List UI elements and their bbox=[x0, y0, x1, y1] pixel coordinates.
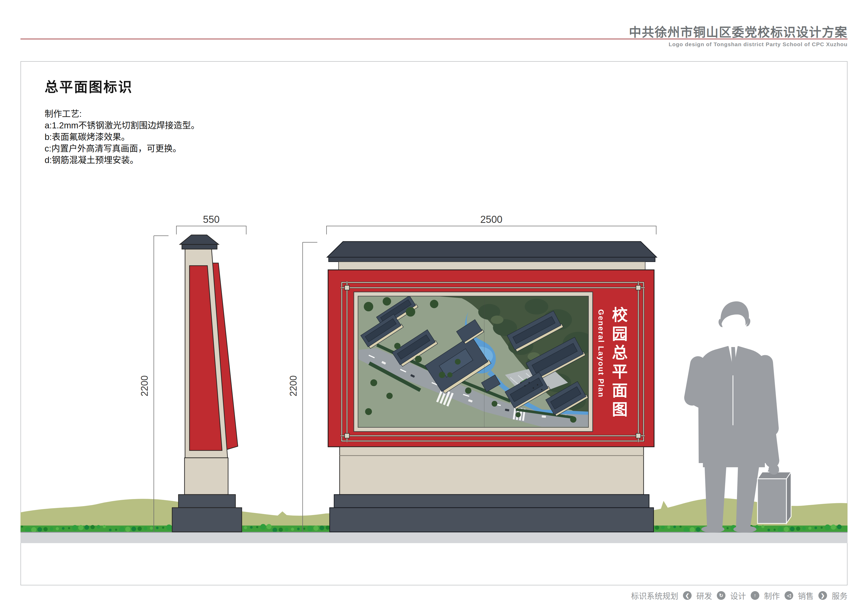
side-roof-cap bbox=[180, 235, 219, 244]
panel-title-cn: 校园总平面图 bbox=[608, 307, 628, 430]
campus-aerial-photo bbox=[358, 295, 594, 427]
front-pedestal bbox=[339, 447, 643, 495]
front-plinth-lower bbox=[330, 508, 654, 532]
elevation-drawing: 550 2500 2200 2200 bbox=[0, 0, 868, 614]
front-view-sign bbox=[327, 242, 657, 532]
arrow-left-circle-icon: ❮ bbox=[683, 591, 691, 600]
side-plinth-upper bbox=[178, 495, 236, 508]
footer-label: 标识系统规划 bbox=[631, 589, 678, 601]
footer-label: 服务 bbox=[832, 589, 848, 601]
footer-label: 设计 bbox=[730, 589, 746, 601]
front-roof-band bbox=[329, 257, 655, 262]
arrow-right-circle-icon: ❯ bbox=[818, 591, 827, 600]
side-plinth-lower bbox=[172, 508, 242, 532]
arrow-up-circle-icon: ↑ bbox=[751, 591, 760, 600]
human-figure-silhouette bbox=[683, 301, 791, 533]
front-plinth-upper bbox=[334, 495, 649, 508]
dim-label-2200-side: 2200 bbox=[139, 375, 150, 396]
footer-services: 标识系统规划 ❮ 研发 ↻ 设计 ↑ 制作 ◁ 销售 ❯ 服务 bbox=[631, 589, 848, 601]
side-cap-band bbox=[182, 244, 217, 249]
dim-label-550: 550 bbox=[203, 214, 219, 225]
front-pedestal-seam bbox=[339, 455, 643, 456]
triangle-left-circle-icon: ◁ bbox=[784, 591, 793, 600]
briefcase bbox=[758, 464, 791, 523]
dim-label-2200-front: 2200 bbox=[288, 375, 299, 396]
footer-label: 销售 bbox=[798, 589, 814, 601]
side-base bbox=[184, 458, 228, 495]
panel-title-en: General Layout Plan bbox=[596, 309, 606, 428]
front-roof bbox=[327, 242, 657, 257]
ground-strip bbox=[20, 533, 848, 543]
footer-label: 制作 bbox=[764, 589, 780, 601]
footer-label: 研发 bbox=[696, 589, 712, 601]
side-view-sign bbox=[172, 235, 242, 532]
dim-label-2500: 2500 bbox=[480, 214, 503, 225]
arrow-cycle-circle-icon: ↻ bbox=[717, 591, 725, 600]
front-neck bbox=[339, 262, 645, 270]
